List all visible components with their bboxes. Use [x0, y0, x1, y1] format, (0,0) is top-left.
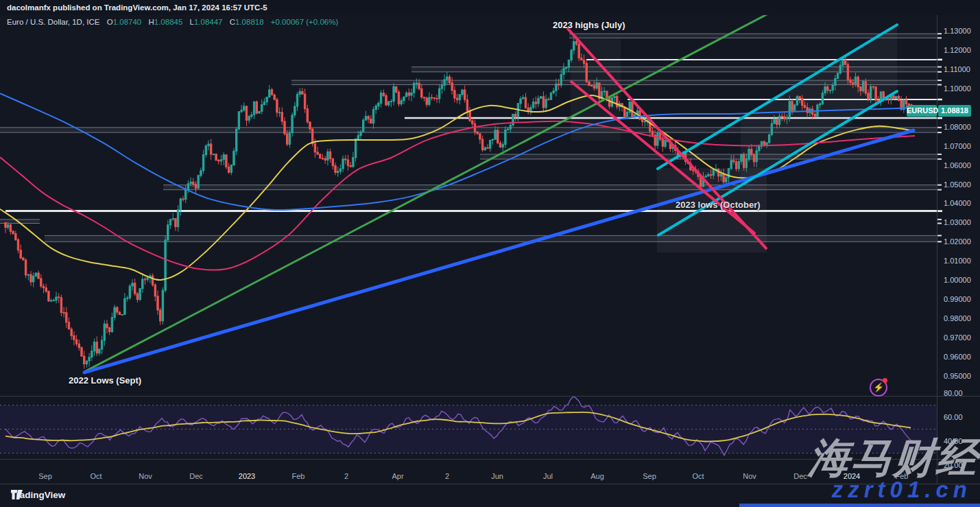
price-tick: 0.95000	[944, 371, 971, 381]
watermark-url: zzrt01.cn	[832, 477, 972, 503]
time-tick-sep: Sep	[38, 472, 52, 480]
time-tick-sep: Sep	[643, 472, 656, 480]
annotation-2022-lows[interactable]: 2022 Lows (Sept)	[69, 375, 141, 386]
close-label: C	[230, 18, 235, 26]
annotation-2023-lows[interactable]: 2023 lows (October)	[676, 200, 761, 210]
open-value: 1.08740	[113, 18, 142, 26]
time-tick-2: 2	[445, 472, 449, 480]
price-tick: 0.96000	[944, 352, 971, 362]
symbol-title: Euro / U.S. Dollar, 1D, ICE	[7, 18, 100, 26]
candles-down	[5, 36, 912, 368]
notification-dot-icon	[883, 378, 887, 383]
flash-icon[interactable]: ⚡	[870, 379, 887, 397]
open-label: O	[107, 18, 113, 26]
price-tick: 1.07000	[944, 141, 971, 151]
tradingview-chart-app: dacolmanfx published on TradingView.com,…	[0, 0, 980, 507]
watermark-bar	[739, 504, 980, 507]
time-tick-dec: Dec	[793, 472, 807, 480]
highlight-boxes	[571, 25, 897, 252]
rsi-pane[interactable]	[0, 397, 937, 456]
price-tick: 1.06000	[944, 161, 971, 170]
time-tick-dec: Dec	[189, 472, 203, 480]
tradingview-logo[interactable]: TradingView	[11, 490, 65, 500]
time-tick-oct: Oct	[692, 472, 704, 480]
annotation-2023-highs[interactable]: 2023 highs (July)	[553, 20, 625, 30]
price-tick: 1.13000	[944, 26, 971, 36]
time-tick-feb: Feb	[292, 472, 305, 480]
price-tick: 1.00000	[944, 275, 971, 285]
price-tick: 1.04000	[944, 198, 971, 208]
low-value: 1.08447	[194, 18, 223, 26]
price-tick: 1.01000	[944, 256, 971, 266]
time-tick-apr: Apr	[392, 472, 403, 480]
price-tick: 0.99000	[944, 294, 971, 304]
time-tick-nov: Nov	[743, 472, 756, 480]
time-tick-jun: Jun	[491, 472, 503, 480]
time-tick-aug: Aug	[590, 472, 604, 480]
price-tick: 0.98000	[944, 314, 971, 323]
rsi-tick: 60.00	[944, 412, 963, 422]
axis-level-ticks	[937, 34, 942, 241]
trendline-blue-2022-lows	[84, 130, 913, 373]
high-value: 1.08845	[154, 18, 183, 26]
close-value: 1.08818	[235, 18, 264, 26]
time-tick-oct: Oct	[90, 472, 101, 480]
change-value: +0.00067 (+0.06%)	[271, 18, 338, 26]
time-tick-2: 2	[344, 472, 348, 480]
axis-separator-vertical	[937, 15, 937, 484]
high-label: H	[148, 18, 154, 26]
price-tick: 1.12000	[944, 45, 971, 55]
price-tick: 0.97000	[944, 333, 971, 342]
symbol-ohlc-row[interactable]: Euro / U.S. Dollar, 1D, ICE O1.08740 H1.…	[7, 18, 338, 26]
price-tick: 1.03000	[944, 217, 971, 227]
time-tick-jul: Jul	[543, 472, 553, 480]
price-tick: 1.10000	[944, 84, 971, 93]
price-tick: 1.08000	[944, 122, 971, 132]
last-price-label: 1.08818	[938, 105, 971, 117]
pane-separator-rsi[interactable]	[0, 396, 980, 397]
tradingview-mark-icon	[11, 490, 25, 499]
time-tick-2023: 2023	[239, 472, 255, 480]
price-tick: 1.02000	[944, 237, 971, 246]
price-tick: 1.11000	[944, 64, 970, 74]
symbol-chip: EURUSD	[907, 105, 937, 117]
time-tick-nov: Nov	[139, 472, 152, 480]
price-tick: 1.05000	[944, 180, 971, 189]
